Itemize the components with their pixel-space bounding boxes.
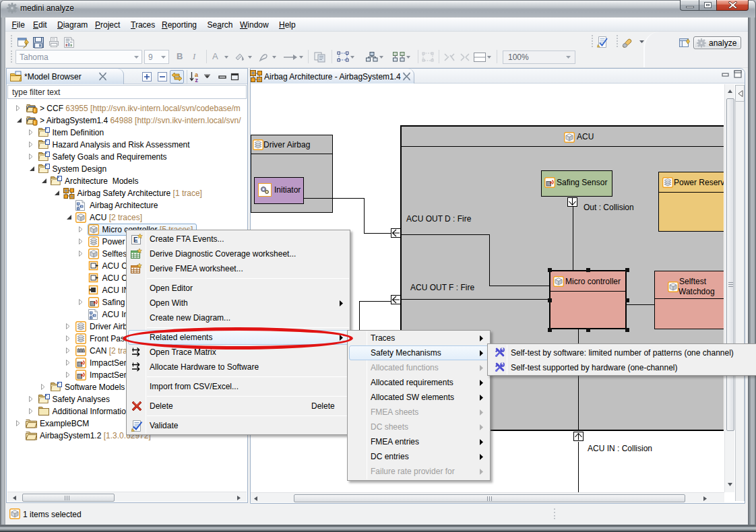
svg-text:z: z: [195, 77, 199, 84]
svg-text:E: E: [133, 236, 138, 244]
